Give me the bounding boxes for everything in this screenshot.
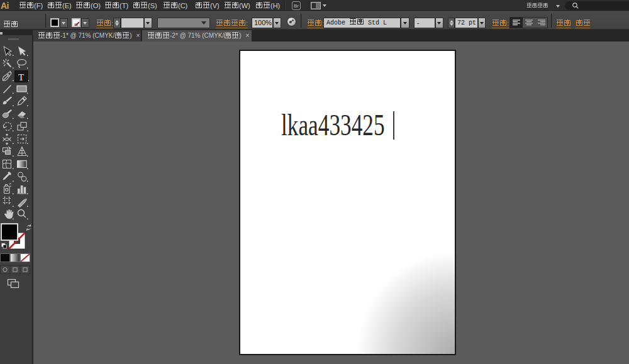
svg-text:T: T <box>18 72 24 82</box>
